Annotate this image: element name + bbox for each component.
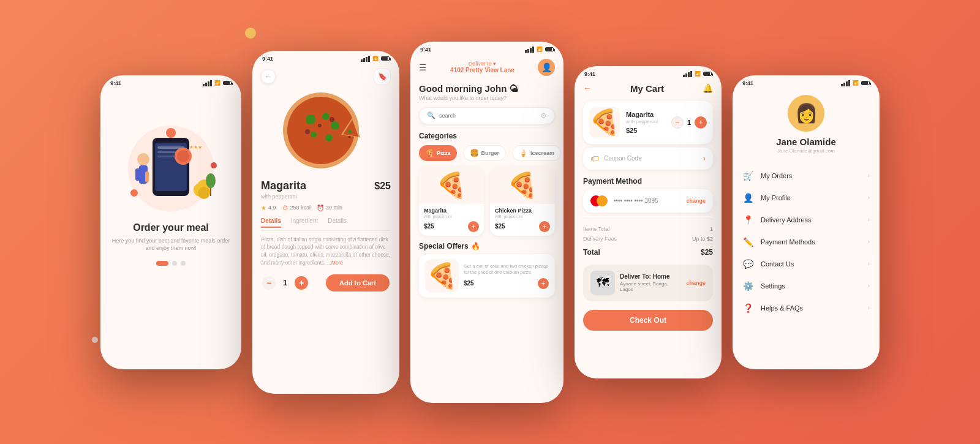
cart-item-info: Magarita with pepperoni $25 [626, 111, 665, 134]
filter-icon[interactable]: ⚙ [540, 111, 547, 120]
magarita-add-button[interactable]: + [468, 221, 479, 232]
wifi-icon: 📶 [214, 80, 221, 86]
pizza-meta: ★ 4.9 ⏱ 250 kcal ⏰ 30 min [261, 205, 391, 211]
cart-plus-button[interactable]: + [695, 116, 707, 129]
special-offers-title: Special Offers [419, 242, 469, 250]
time-item: ⏰ 30 min [317, 205, 342, 211]
change-payment-link[interactable]: change [686, 198, 706, 204]
svg-rect-4 [157, 151, 176, 153]
phone5-time: 9:41 [742, 80, 753, 86]
orders-label: My Orders [761, 172, 861, 179]
payment-methods-label: Payment Methods [761, 238, 861, 246]
magarita-bottom: $25 + [424, 221, 479, 232]
deliver-home-label: Deliver To: Home [620, 273, 681, 280]
contact-icon: 💬 [742, 259, 753, 269]
special-title-row: Special Offers 🔥 [419, 242, 555, 250]
total-row: Total $25 [583, 246, 713, 258]
svg-point-28 [305, 129, 310, 134]
chicken-pizza-add-button[interactable]: + [539, 221, 550, 232]
signal-bar-5 [841, 80, 850, 86]
search-bar[interactable]: 🔍 ⚙ [419, 107, 555, 124]
pizza-description: Pizza, dish of Italian origin consisting… [261, 236, 391, 267]
svg-point-12 [198, 187, 210, 199]
pizza-subtitle: with pepperoni [261, 194, 391, 200]
checkout-button[interactable]: Check Out [583, 310, 713, 331]
cart-bell-icon[interactable]: 🔔 [703, 83, 713, 93]
total-label: Total [583, 248, 600, 257]
menu-item-faq[interactable]: ❓ Helps & FAQs › [733, 297, 880, 319]
special-price: $25 [464, 280, 474, 287]
card-number: •••• •••• •••• 3095 [614, 197, 680, 204]
pizza-label: Pizza [437, 150, 451, 156]
special-add-button[interactable]: + [538, 278, 549, 289]
back-button[interactable]: ← [261, 69, 276, 84]
greeting-text: Good morning John 🌤 [419, 83, 555, 94]
svg-point-29 [318, 124, 322, 127]
tab-details2[interactable]: Details [328, 217, 347, 228]
magarita-price: $25 [424, 223, 434, 230]
signal-bar-3 [525, 47, 534, 53]
burger-label: Burger [481, 150, 500, 156]
category-icecream[interactable]: 🍦 Icecream [512, 145, 561, 161]
svg-point-6 [137, 153, 149, 165]
battery-icon-4 [703, 72, 712, 76]
payment-card: •••• •••• •••• 3095 change [583, 189, 713, 213]
cart-item-price: $25 [626, 127, 665, 134]
illustration-svg: ★★★ [110, 95, 232, 217]
battery-icon [223, 81, 232, 85]
chicken-pizza-price: $25 [495, 223, 505, 230]
svg-rect-9 [145, 171, 149, 182]
svg-point-26 [311, 132, 317, 138]
cart-minus-button[interactable]: − [671, 116, 684, 129]
menu-item-orders[interactable]: 🛒 My Orders › [733, 165, 880, 187]
food-card-magarita[interactable]: 🍕 Magarita with pepperoni $25 + [419, 167, 484, 236]
menu-item-settings[interactable]: ⚙️ Settings › [733, 275, 880, 297]
category-burger[interactable]: 🍔 Burger [463, 145, 507, 161]
category-pizza[interactable]: 🍕 Pizza [419, 145, 457, 161]
user-avatar[interactable]: 👤 [538, 59, 555, 76]
qty-minus-button[interactable]: − [262, 276, 276, 290]
tab-details[interactable]: Details [261, 217, 281, 228]
phone2-info: Magarita $25 with pepperoni ★ 4.9 ⏱ 250 … [252, 175, 399, 296]
delivery-fees-label: Delivery Fees [583, 236, 617, 242]
menu-item-contact[interactable]: 💬 Contact Us › [733, 253, 880, 275]
payment-method-title: Payment Method [583, 177, 713, 186]
menu-item-profile[interactable]: 👤 My Profile › [733, 187, 880, 209]
phone5-status: 9:41 📶 [733, 75, 880, 89]
settings-icon: ⚙️ [742, 281, 753, 291]
svg-point-25 [331, 121, 339, 130]
menu-item-address[interactable]: 📍 Delivery Address › [733, 209, 880, 231]
battery-icon-2 [381, 56, 390, 61]
kcal-value: 250 kcal [290, 205, 311, 211]
special-offer-info: Get a can of coke and two chicken pizzas… [464, 262, 549, 289]
hamburger-menu-icon[interactable]: ☰ [419, 62, 427, 72]
cart-item-image: 🍕 [589, 107, 620, 138]
phone-cart: 9:41 📶 ← My Cart 🔔 🍕 Magarita with peppe… [575, 66, 722, 378]
dot-1 [156, 261, 168, 266]
items-total-label: Items Total [583, 226, 609, 232]
add-to-cart-button[interactable]: Add to Cart [326, 274, 390, 292]
profile-icon: 👤 [742, 193, 753, 203]
more-link[interactable]: ...More [327, 260, 343, 266]
deliver-to-card: 🗺 Deliver To: Home Ayoade street, Bariga… [583, 265, 713, 301]
food-card-chicken[interactable]: 🍕 Chicken Pizza with pepperoni $25 + [490, 167, 555, 236]
icecream-emoji: 🍦 [519, 149, 528, 157]
icecream-label: Icecream [530, 150, 554, 156]
coupon-row[interactable]: 🏷 Coupon Code › [583, 148, 713, 170]
greeting-subtitle: What would you like to order today? [419, 95, 555, 101]
phone4-status: 9:41 📶 [575, 66, 722, 80]
kcal-item: ⏱ 250 kcal [282, 205, 311, 211]
favorite-button[interactable]: 🔖 [374, 68, 391, 85]
special-offer-image: 🍕 [425, 259, 459, 293]
search-input[interactable] [439, 113, 537, 119]
phone3-status-icons: 📶 [525, 47, 554, 53]
contact-chevron-icon: › [868, 260, 870, 267]
delivery-address[interactable]: 4102 Pretty View Lane [450, 67, 514, 73]
tab-ingredient[interactable]: Ingredient [291, 217, 318, 228]
cart-back-button[interactable]: ← [583, 83, 592, 93]
coupon-icon: 🏷 [590, 154, 599, 164]
special-offer-card[interactable]: 🍕 Get a can of coke and two chicken pizz… [419, 254, 555, 298]
change-address-link[interactable]: change [686, 280, 706, 286]
menu-item-payment-methods[interactable]: ✏️ Payment Methods › [733, 231, 880, 253]
qty-plus-button[interactable]: + [295, 276, 308, 290]
